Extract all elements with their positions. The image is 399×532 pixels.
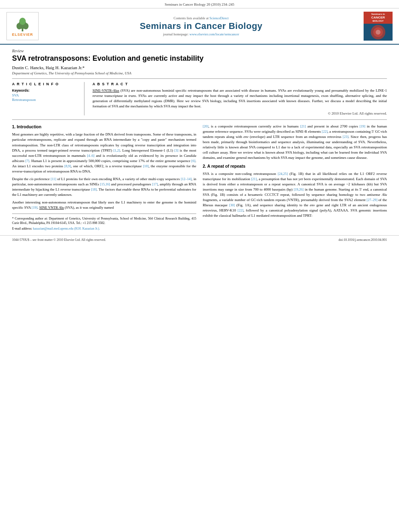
body-col-right: [20], is a composite retrotransposon cur… — [203, 124, 387, 231]
ref-23[interactable]: [23] — [343, 135, 348, 139]
scb-logo-top: Seminars in CANCER BIOLOGY — [364, 12, 393, 24]
journal-banner: ELSEVIER Contents lists available at Sci… — [0, 8, 399, 45]
footer-bar: 1044-579X/$ – see front matter © 2010 El… — [0, 235, 399, 244]
journal-title-block: Contents lists available at ScienceDirec… — [39, 16, 364, 36]
footnote-area: * Corresponding author at: Department of… — [12, 214, 196, 231]
elsevier-wordmark: ELSEVIER — [12, 33, 33, 37]
ref-15-16[interactable]: [15,16] — [100, 182, 110, 186]
body-col-left: 1. Introduction Most genomes are highly … — [12, 124, 196, 231]
article-content: Review SVA retrotransposons: Evolution a… — [0, 45, 399, 235]
section1-para1: Most genomes are highly repetitive, with… — [12, 132, 196, 174]
article-info-label: A R T I C L E I N F O — [12, 82, 79, 86]
keywords-label: Keywords: — [12, 88, 79, 92]
ref-17[interactable]: [17] — [152, 182, 158, 186]
ref-4-6[interactable]: [4–6] — [87, 154, 94, 158]
svg-point-4 — [19, 18, 26, 25]
ref-19b[interactable]: [19] — [360, 124, 365, 128]
ref-19-26[interactable]: [19,26] — [294, 187, 304, 191]
ref-10[interactable]: [10] — [143, 164, 148, 168]
article-authors: Dustin C. Hancks, Haig H. Kazazian Jr.* — [12, 65, 387, 70]
section1-para3: Another interesting non-autonomous retro… — [12, 200, 196, 210]
scb-logo-image — [368, 24, 388, 40]
ref-21b[interactable]: [21] — [251, 177, 257, 181]
ref-19[interactable]: [19] — [32, 205, 37, 210]
section1-para2: Despite the cis preference [11] of L1 pr… — [12, 177, 196, 197]
sciencedirect-link[interactable]: ScienceDirect — [210, 16, 229, 20]
abstract-label: A B S T R A C T — [93, 82, 387, 86]
ref-11[interactable]: [11] — [51, 177, 56, 181]
footer-doi: doi:10.1016/j.semcancer.2010.04.001 — [339, 238, 387, 242]
ref-6b[interactable]: [6] — [191, 159, 195, 163]
homepage-line: journal homepage: www.elsevier.com/locat… — [39, 32, 364, 36]
journal-citation: Seminars in Cancer Biology 20 (2010) 234… — [165, 2, 234, 6]
journal-header-top: Seminars in Cancer Biology 20 (2010) 234… — [0, 0, 399, 8]
article-affiliation: Department of Genetics, The University o… — [12, 71, 387, 75]
elsevier-logo: ELSEVIER — [6, 12, 39, 40]
body-columns: 1. Introduction Most genomes are highly … — [12, 119, 387, 231]
article-title: SVA retrotransposons: Evolution and gene… — [12, 54, 387, 63]
article-type: Review — [12, 49, 387, 53]
copyright-line: © 2010 Elsevier Ltd. All rights reserved… — [93, 111, 387, 115]
ref-20[interactable]: [20] — [203, 124, 208, 128]
footnote-email: E-mail address: kazazian@mail.med.upenn.… — [12, 226, 196, 231]
ref-3[interactable]: [3] — [175, 148, 179, 152]
section1-title: 1. Introduction — [12, 124, 196, 130]
ref-27-29[interactable]: [27–29] — [366, 198, 377, 202]
ref-21[interactable]: [21] — [300, 124, 306, 128]
scb-logo: Seminars in CANCER BIOLOGY — [364, 12, 393, 41]
section1-right-para1: [20], is a composite retrotransposon cur… — [203, 124, 387, 160]
ref-22[interactable]: [22] — [322, 129, 327, 134]
ref-22b[interactable]: [22] — [238, 208, 243, 212]
elsevier-tree-icon — [14, 16, 31, 32]
section2-title: 2. A repeat of repeats — [203, 163, 387, 169]
journal-main-title: Seminars in Cancer Biology — [39, 21, 364, 31]
keyword-sva: SVA — [12, 93, 79, 97]
contents-line: Contents lists available at ScienceDirec… — [39, 16, 364, 20]
ref-18[interactable]: [18] — [91, 187, 97, 191]
scb-logo-bottom — [364, 24, 393, 41]
ref-1-2[interactable]: [1,2] — [113, 148, 120, 152]
article-info-col: A R T I C L E I N F O Keywords: SVA Retr… — [12, 82, 84, 115]
abstract-col: A B S T R A C T SINE-VNTR-Alus (SVA) are… — [93, 82, 387, 115]
keyword-retrotransposon: Retrotransposon — [12, 98, 79, 102]
svg-point-8 — [376, 30, 380, 35]
homepage-link[interactable]: www.elsevier.com/locate/semcancer — [189, 32, 239, 36]
footnote-star: * Corresponding author at: Department of… — [12, 216, 196, 225]
abstract-text: SINE-VNTR-Alus (SVA) are non-autonomous … — [93, 88, 387, 109]
footnote-email-link[interactable]: kazazian@mail.med.upenn.edu (H.H. Kazazi… — [33, 227, 100, 230]
ref-7[interactable]: [7] — [25, 159, 29, 163]
section2-para1: SVA is a composite non-coding retrotrans… — [203, 171, 387, 218]
article-meta-row: A R T I C L E I N F O Keywords: SVA Retr… — [12, 78, 387, 115]
ref-12-14[interactable]: [12–14] — [181, 177, 191, 181]
ref-24-25[interactable]: [24,25] — [278, 172, 288, 176]
ref-30[interactable]: [30] — [229, 203, 235, 207]
ref-8-9[interactable]: [8,9] — [64, 164, 71, 168]
footer-issn: 1044-579X/$ – see front matter © 2010 El… — [12, 238, 106, 242]
